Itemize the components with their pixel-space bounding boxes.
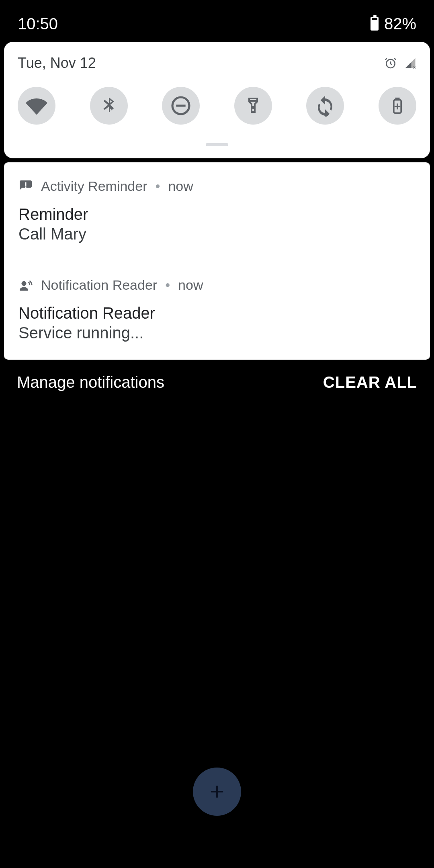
notification-app-name: Activity Reminder [41,178,147,194]
notification-title: Reminder [18,205,416,223]
notification-body: Call Mary [18,225,416,243]
svg-text:x: x [414,65,416,69]
manage-notifications-button[interactable]: Manage notifications [17,373,164,391]
qs-tile-bluetooth[interactable] [90,87,128,125]
notification-separator: • [165,277,170,293]
qs-tile-wifi[interactable] [18,87,55,125]
qs-panel-header: Tue, Nov 12 x [18,55,416,72]
qs-tile-battery-saver[interactable] [379,87,416,125]
status-time: 10:50 [18,15,58,33]
voice-icon [18,278,33,293]
notification-body: Service running... [18,324,416,342]
notification-time: now [168,178,193,194]
notification-time: now [178,277,203,293]
svg-point-5 [252,106,254,108]
quick-settings-panel: Tue, Nov 12 x [4,42,430,158]
fab-add-button[interactable] [193,768,241,816]
qs-drag-handle[interactable] [206,143,228,146]
notification-separator: • [156,178,160,194]
feedback-icon [18,179,33,194]
qs-date: Tue, Nov 12 [18,55,96,72]
notification-actions: Manage notifications CLEAR ALL [0,360,434,405]
notification-notification-reader[interactable]: Notification Reader • now Notification R… [4,261,430,360]
notification-title: Notification Reader [18,304,416,322]
qs-tile-flashlight[interactable] [234,87,272,125]
status-bar: 10:50 82% [0,0,434,36]
notification-list: Activity Reminder • now Reminder Call Ma… [4,162,430,360]
qs-header-icons: x [384,57,416,70]
notification-header: Notification Reader • now [18,277,416,293]
notification-app-name: Notification Reader [41,277,157,293]
status-right: 82% [371,15,416,33]
signal-icon: x [404,57,416,69]
qs-tile-dnd[interactable] [162,87,200,125]
clear-all-button[interactable]: CLEAR ALL [323,373,417,391]
qs-tiles-row [18,87,416,125]
qs-tile-autorotate[interactable] [306,87,344,125]
notification-activity-reminder[interactable]: Activity Reminder • now Reminder Call Ma… [4,162,430,261]
svg-point-7 [22,281,27,286]
battery-icon [371,17,379,31]
alarm-icon [384,57,397,70]
battery-percent: 82% [384,15,416,33]
notification-header: Activity Reminder • now [18,178,416,194]
